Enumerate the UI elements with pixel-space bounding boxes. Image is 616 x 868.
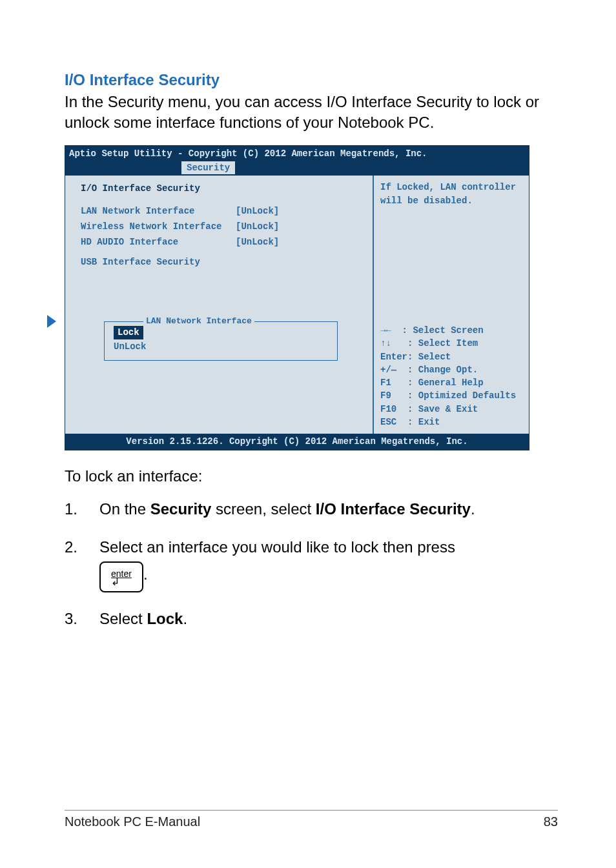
step-1: 1. On the Security screen, select I/O In… [65, 498, 558, 521]
section-heading: I/O Interface Security [65, 71, 558, 89]
bios-submenu-label: USB Interface Security [81, 256, 236, 268]
bios-screenshot: Aptio Setup Utility - Copyright (C) 2012… [65, 145, 529, 450]
page-footer: Notebook PC E-Manual 83 [65, 810, 558, 829]
bios-row-audio: HD AUDIO Interface [UnLock] [81, 236, 366, 248]
step-text: . [471, 500, 475, 518]
bios-row-label: Wireless Network Interface [81, 220, 236, 233]
bios-row-lan: LAN Network Interface [UnLock] [81, 205, 366, 217]
step-text: screen, select [211, 500, 315, 518]
bios-popup-item-unlock: UnLock [114, 339, 328, 354]
bios-header: Aptio Setup Utility - Copyright (C) 2012… [65, 146, 529, 161]
step-number: 3. [65, 608, 99, 631]
step-2: 2. Select an interface you would like to… [65, 536, 558, 592]
step-text: . [143, 565, 148, 583]
enter-key-icon: enter ↲ [99, 561, 143, 592]
page-number: 83 [544, 814, 558, 829]
intro-paragraph: In the Security menu, you can access I/O… [65, 92, 558, 134]
bios-row-usb-submenu: USB Interface Security [81, 256, 366, 268]
step-number: 1. [65, 498, 99, 521]
bios-context-help: If Locked, LAN controller will be disabl… [380, 181, 522, 207]
step-text: On the [99, 500, 150, 518]
bios-row-wireless: Wireless Network Interface [UnLock] [81, 220, 366, 233]
step-text: . [183, 610, 187, 627]
bios-row-value: [UnLock] [236, 236, 279, 248]
bios-key-help: →← : Select Screen ↑↓ : Select Item Ente… [380, 324, 522, 429]
step-bold: Security [150, 500, 212, 518]
bios-row-value: [UnLock] [236, 220, 279, 233]
bios-footer: Version 2.15.1226. Copyright (C) 2012 Am… [65, 434, 529, 449]
bios-row-label: HD AUDIO Interface [81, 236, 236, 248]
bios-row-label: LAN Network Interface [81, 205, 236, 217]
step-bold: Lock [147, 610, 183, 627]
bios-left-panel: I/O Interface Security LAN Network Inter… [65, 176, 373, 434]
bios-tab-security: Security [181, 161, 235, 174]
step-3: 3. Select Lock. [65, 608, 558, 631]
step-bold: I/O Interface Security [316, 500, 471, 518]
bios-popup: LAN Network Interface Lock UnLock [104, 321, 338, 361]
bios-right-panel: If Locked, LAN controller will be disabl… [373, 176, 529, 434]
bios-tab-row: Security [65, 161, 529, 176]
lock-intro: To lock an interface: [65, 466, 558, 487]
step-text: Select an interface you would like to lo… [99, 538, 455, 556]
footer-title: Notebook PC E-Manual [65, 814, 200, 829]
step-text: Select [99, 610, 147, 627]
bios-popup-title: LAN Network Interface [143, 316, 254, 328]
pointer-icon [47, 315, 56, 328]
bios-popup-item-lock: Lock [114, 326, 328, 339]
step-number: 2. [65, 536, 99, 592]
bios-row-value: [UnLock] [236, 205, 279, 217]
bios-section-title: I/O Interface Security [81, 182, 366, 195]
